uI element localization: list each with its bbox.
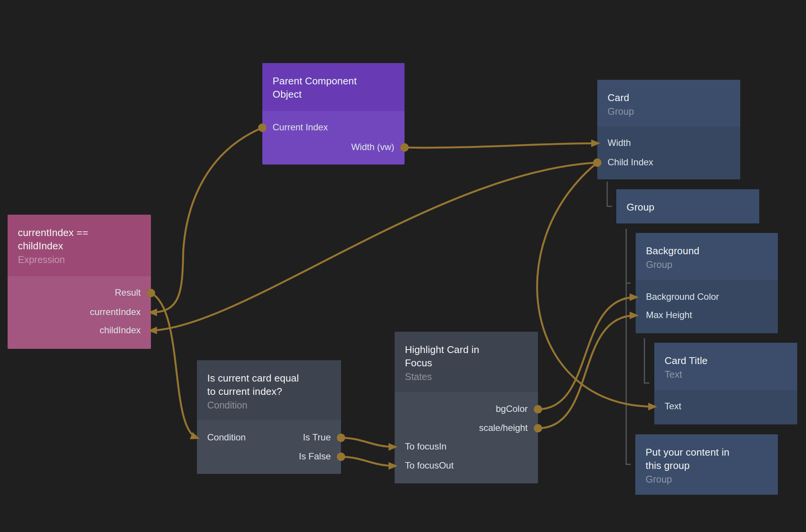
node-put-your-content-in-this-group[interactable]: Put your content in this groupGroup (635, 434, 778, 495)
wire-parent-component-object-current-index-to-expression-currentindex[interactable] (151, 128, 262, 312)
port-label: bgColor (496, 404, 528, 413)
node-header-card[interactable]: CardGroup (597, 80, 740, 127)
node-subtitle: Expression (18, 254, 141, 265)
port-label: To focusIn (405, 442, 446, 451)
wire-condition-is-true-to-highlight-card-in-focus-to-focusin[interactable] (340, 438, 395, 447)
node-title: Card (608, 91, 730, 104)
node-parent-component-object[interactable]: Parent Component ObjectCurrent IndexWidt… (262, 63, 405, 165)
node-subtitle: Text (665, 369, 787, 380)
port-label: Condition (207, 433, 246, 442)
node-header-put-your-content-in-this-group[interactable]: Put your content in this groupGroup (635, 434, 778, 495)
node-condition[interactable]: Is current card equal to current index?C… (197, 360, 341, 474)
node-header-highlight-card-in-focus[interactable]: Highlight Card in FocusStates (395, 332, 538, 392)
node-title: Parent Component Object (273, 74, 394, 101)
tree-line-background-card-title (644, 338, 649, 383)
node-title: Highlight Card in Focus (405, 343, 528, 370)
node-header-background[interactable]: BackgroundGroup (636, 233, 778, 280)
tree-line-card-group (607, 182, 612, 206)
port-label: To focusOut (405, 461, 454, 470)
port-label: currentIndex (90, 307, 141, 317)
port-label: childIndex (100, 326, 141, 335)
port-label: Child Index (608, 158, 653, 167)
wire-parent-component-object-width-vw-to-card-width[interactable] (405, 143, 597, 148)
port-label: Text (665, 402, 681, 411)
wire-highlight-card-in-focus-bgcolor-to-background-background-color[interactable] (538, 297, 636, 409)
port-label: Width (608, 138, 631, 147)
node-header-expression[interactable]: currentIndex == childIndexExpression (8, 215, 151, 276)
wire-condition-is-false-to-highlight-card-in-focus-to-focusout[interactable] (340, 457, 395, 466)
wire-expression-result-to-condition-condition[interactable] (151, 293, 197, 438)
node-title: Is current card equal to current index? (207, 372, 331, 398)
node-subtitle: States (405, 371, 528, 382)
port-label: Is True (303, 433, 331, 442)
port-label: Is False (299, 452, 331, 461)
node-subtitle: Group (646, 473, 768, 485)
node-highlight-card-in-focus[interactable]: Highlight Card in FocusStatesbgColorscal… (395, 332, 538, 483)
port-label: scale/height (479, 423, 528, 432)
port-label: Result (115, 288, 141, 297)
node-header-card-title[interactable]: Card TitleText (654, 343, 797, 390)
node-header-group[interactable]: Group (616, 189, 759, 223)
patch-editor-canvas[interactable]: Parent Component ObjectCurrent IndexWidt… (0, 0, 806, 532)
node-card[interactable]: CardGroupWidthChild Index (597, 80, 740, 179)
wire-card-child-index-to-expression-childindex[interactable] (151, 163, 597, 331)
node-subtitle: Group (608, 106, 730, 117)
port-label: Background Color (646, 292, 719, 301)
port-label: Width (vw) (351, 142, 394, 152)
node-header-condition[interactable]: Is current card equal to current index?C… (197, 360, 341, 420)
node-expression[interactable]: currentIndex == childIndexExpressionResu… (8, 215, 151, 349)
node-subtitle: Condition (207, 399, 331, 411)
node-title: Background (646, 244, 768, 258)
node-header-parent-component-object[interactable]: Parent Component Object (262, 63, 405, 111)
port-label: Max Height (646, 310, 692, 320)
node-title: Group (627, 201, 749, 214)
tree-line-group-put-your-content-in-this-group (626, 229, 631, 464)
node-background[interactable]: BackgroundGroupBackground ColorMax Heigh… (636, 233, 778, 333)
node-card-title[interactable]: Card TitleTextText (654, 343, 797, 424)
node-group[interactable]: Group (616, 189, 759, 223)
node-title: Put your content in this group (646, 446, 768, 472)
wire-highlight-card-in-focus-scale-height-to-background-max-height[interactable] (538, 315, 636, 428)
port-label: Current Index (273, 123, 328, 132)
node-subtitle: Group (646, 259, 768, 270)
node-title: Card Title (665, 354, 787, 367)
node-title: currentIndex == childIndex (18, 226, 141, 253)
